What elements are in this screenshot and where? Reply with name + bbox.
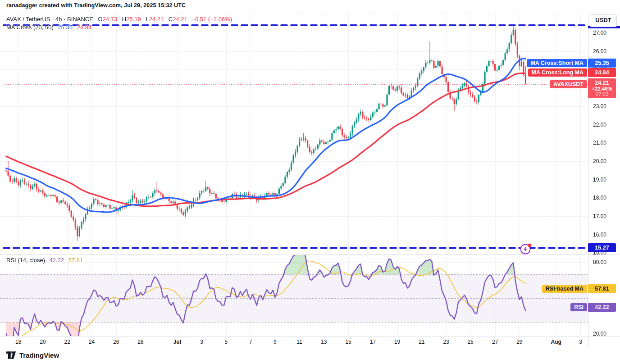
- rsi-ma-legend-value: 57.81: [68, 257, 83, 264]
- ma-short-axis-value: 25.35: [588, 59, 616, 68]
- time-tick-label: 11: [296, 339, 302, 345]
- price-tick-label: 26.00: [593, 48, 606, 55]
- rsi-legend-value: 42.22: [50, 257, 64, 264]
- ma-long-axis-value: 24.84: [588, 68, 616, 77]
- ma-short-legend-value: 25.35: [58, 24, 73, 31]
- rsi-axis-value: 42.22: [588, 303, 616, 312]
- close-value: 24.21: [173, 16, 187, 23]
- price-tick-label: 22.00: [593, 122, 606, 128]
- ma-long-name-tag[interactable]: MA Cross:Long MA: [528, 68, 588, 77]
- price-tick-label: 16.00: [593, 232, 606, 238]
- time-tick-label: 13: [321, 339, 327, 345]
- price-tick-label: 20.00: [593, 158, 606, 164]
- ma-short-name-tag[interactable]: MA Cross:Short MA: [527, 59, 587, 67]
- time-tick-label: 18: [15, 339, 21, 345]
- time-tick-label: 29: [516, 339, 522, 345]
- low-value: 24.21: [149, 16, 164, 23]
- price-tick-label: 27.00: [593, 30, 606, 36]
- time-tick-label: 24: [89, 339, 95, 345]
- rsi-name-tag[interactable]: RSI: [570, 303, 587, 311]
- main-price-pane-canvas[interactable]: [0, 13, 588, 254]
- footer-bar: TradingView: [0, 348, 620, 364]
- alert-level-axis-value: 15.27: [588, 243, 616, 252]
- change-value: −0.51 (−2.06%): [191, 16, 232, 23]
- tradingview-logo-text: TradingView: [19, 351, 59, 359]
- rsi-pane-canvas[interactable]: [0, 255, 588, 337]
- price-tick-label: 23.00: [593, 103, 606, 109]
- currency-toggle-button[interactable]: USDT: [590, 14, 617, 27]
- time-tick-label: 7: [249, 339, 252, 345]
- symbol-legend-row[interactable]: AVAX / TetherUS · 4h · BINANCE O24.73 H2…: [6, 16, 232, 23]
- time-tick-label: 26: [113, 339, 119, 345]
- time-tick-label: Jul: [173, 339, 181, 345]
- rsi-tick-label: 20.00: [593, 331, 606, 337]
- time-tick-label: 5: [225, 339, 228, 345]
- symbol-name-tag[interactable]: AVAXUSDT: [550, 80, 587, 88]
- rsi-legend-row[interactable]: RSI (14, close) 42.22 57.81: [6, 257, 83, 264]
- ma-long-legend-value: 24.84: [77, 24, 92, 31]
- open-label: O: [98, 16, 103, 23]
- rsi-ma-axis-value: 57.81: [588, 284, 616, 293]
- time-tick-label: 28: [137, 339, 143, 345]
- time-tick-label: 15: [345, 339, 351, 345]
- time-tick-label: 9: [274, 339, 277, 345]
- rsi-title: RSI (14, close): [6, 257, 45, 264]
- attribution-text: ranadagger created with TradingView.com,…: [6, 2, 186, 9]
- last-price-axis-value: 24.21 +22.46% 27:03: [588, 78, 616, 98]
- tradingview-logo[interactable]: TradingView: [6, 351, 59, 359]
- tradingview-chart-window: ranadagger created with TradingView.com,…: [0, 0, 620, 364]
- low-label: L: [146, 16, 149, 23]
- symbol-title: AVAX / TetherUS · 4h · BINANCE: [6, 16, 93, 23]
- time-tick-label: 27: [492, 339, 498, 345]
- chart-area: AVAX / TetherUS · 4h · BINANCE O24.73 H2…: [0, 13, 620, 348]
- change-percent: +22.46%: [588, 86, 616, 91]
- price-tick-label: 18.00: [593, 195, 606, 201]
- open-value: 24.73: [103, 16, 118, 23]
- time-tick-label: 3: [579, 339, 582, 345]
- ma-cross-title: MA Cross (20, 50): [6, 24, 54, 31]
- time-tick-label: 23: [443, 339, 449, 345]
- time-tick-label: 25: [468, 339, 474, 345]
- time-tick-label: 3: [200, 339, 203, 345]
- time-tick-label: 22: [64, 339, 70, 345]
- ma-cross-legend-row[interactable]: MA Cross (20, 50) 25.35 24.84: [6, 24, 91, 31]
- time-axis-border: [0, 336, 620, 337]
- price-tick-label: 17.00: [593, 213, 606, 219]
- rsi-tick-label: 80.00: [593, 259, 606, 265]
- high-label: H: [122, 16, 126, 23]
- tradingview-logo-icon: [6, 351, 16, 359]
- price-tick-label: 19.00: [593, 177, 606, 183]
- time-tick-label: Aug: [551, 339, 561, 345]
- last-price: 24.21: [588, 80, 616, 86]
- alert-lightning-icon[interactable]: [519, 242, 533, 255]
- high-value: 25.19: [126, 16, 141, 23]
- time-tick-label: 19: [394, 339, 400, 345]
- bar-countdown: 27:03: [588, 91, 616, 97]
- time-tick-label: 17: [370, 339, 376, 345]
- time-tick-label: 21: [419, 339, 424, 345]
- time-tick-label: 20: [40, 339, 46, 345]
- price-tick-label: 21.00: [593, 140, 606, 146]
- rsi-ma-name-tag[interactable]: RSI-based MA: [542, 285, 587, 293]
- close-label: C: [169, 16, 173, 23]
